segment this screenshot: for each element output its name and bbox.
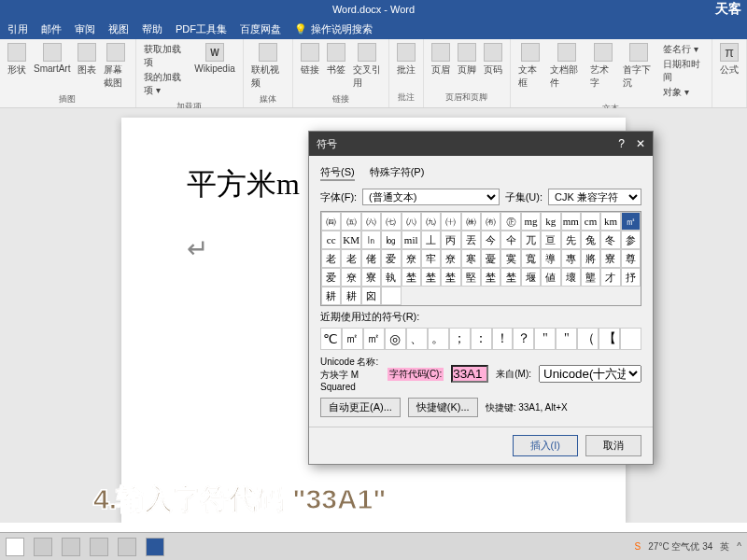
ribbon-object[interactable]: 对象 ▾: [663, 86, 704, 99]
menu-help[interactable]: 帮助: [142, 22, 162, 36]
chrome-icon[interactable]: [6, 538, 24, 556]
ribbon-screenshot[interactable]: 屏幕截图: [104, 43, 127, 90]
insert-button[interactable]: 插入(I): [513, 435, 578, 456]
symbol-cell[interactable]: 堰: [521, 268, 541, 287]
ribbon-wikipedia[interactable]: WWikipedia: [194, 43, 234, 74]
chevron-up-icon[interactable]: ^: [737, 541, 741, 552]
ribbon-online-video[interactable]: 联机视频: [251, 43, 285, 90]
symbol-cell[interactable]: ㈥: [361, 212, 381, 231]
symbol-cell[interactable]: mm: [561, 212, 581, 231]
symbol-cell[interactable]: ㈱: [461, 212, 481, 231]
symbol-cell[interactable]: 参: [621, 231, 641, 249]
recent-symbol-cell[interactable]: ◎: [385, 328, 406, 350]
symbol-cell[interactable]: 埜: [500, 268, 520, 287]
recent-symbol-cell[interactable]: ℃: [320, 328, 342, 350]
ribbon-pagenum[interactable]: 页码: [484, 43, 502, 77]
recent-symbol-cell[interactable]: ：: [471, 328, 492, 350]
recent-symbol-cell[interactable]: ？: [513, 328, 534, 350]
symbol-cell[interactable]: 値: [541, 268, 560, 287]
symbol-cell[interactable]: 丙: [441, 231, 460, 249]
ribbon-wordart[interactable]: 艺术字: [590, 43, 614, 90]
shortcut-button[interactable]: 快捷键(K)...: [408, 398, 478, 417]
cancel-button[interactable]: 取消: [585, 435, 641, 456]
symbol-cell[interactable]: mg: [521, 212, 541, 231]
symbol-cell[interactable]: 爱: [381, 249, 401, 268]
menu-references[interactable]: 引用: [7, 22, 28, 36]
symbol-cell[interactable]: ㈲: [481, 212, 500, 231]
recent-symbol-cell[interactable]: 【: [599, 328, 620, 350]
word-icon[interactable]: [146, 538, 164, 556]
recent-symbol-cell[interactable]: 、: [406, 328, 428, 350]
app-icon[interactable]: [118, 538, 136, 556]
symbol-cell[interactable]: 亘: [541, 231, 560, 249]
symbol-cell[interactable]: 抒: [621, 268, 641, 287]
symbol-cell[interactable]: 尞: [341, 268, 360, 287]
symbol-cell[interactable]: [381, 287, 401, 305]
symbol-cell[interactable]: cm: [581, 212, 600, 231]
char-code-input[interactable]: [451, 365, 488, 383]
explorer-icon[interactable]: [62, 538, 80, 556]
recent-symbol-cell[interactable]: ！: [492, 328, 514, 350]
sogou-icon[interactable]: S: [635, 541, 641, 552]
symbol-cell[interactable]: ㈣: [321, 212, 341, 231]
recent-symbol-cell[interactable]: ": [556, 328, 577, 350]
ribbon-smartart[interactable]: SmartArt: [34, 43, 70, 74]
symbol-cell[interactable]: 冬: [600, 231, 620, 249]
ribbon-signature[interactable]: 签名行 ▾: [663, 43, 704, 56]
ribbon-footer[interactable]: 页脚: [458, 43, 476, 77]
tab-symbols[interactable]: 符号(S): [320, 165, 355, 181]
recent-symbol-cell[interactable]: ㎡: [363, 328, 385, 350]
ribbon-shapes[interactable]: 形状: [7, 43, 26, 77]
symbol-cell[interactable]: 埜: [441, 268, 460, 287]
symbol-cell[interactable]: 寮: [600, 249, 620, 268]
symbol-cell[interactable]: 寞: [500, 249, 520, 268]
symbol-cell[interactable]: 仐: [500, 231, 520, 249]
symbol-cell[interactable]: 耕: [321, 287, 341, 305]
symbol-cell[interactable]: cc: [321, 231, 341, 249]
symbol-cell[interactable]: 才: [600, 268, 620, 287]
recent-symbol-cell[interactable]: [620, 328, 641, 350]
symbol-cell[interactable]: kg: [541, 212, 560, 231]
menu-review[interactable]: 审阅: [75, 22, 95, 36]
menu-view[interactable]: 视图: [108, 22, 129, 36]
symbol-cell[interactable]: 寮: [361, 268, 381, 287]
symbol-cell[interactable]: 丄: [421, 231, 441, 249]
symbol-cell[interactable]: 導: [541, 249, 560, 268]
symbol-cell[interactable]: 埜: [421, 268, 441, 287]
symbol-cell[interactable]: 將: [581, 249, 600, 268]
symbol-cell[interactable]: 堅: [461, 268, 481, 287]
close-icon[interactable]: ✕: [636, 137, 645, 150]
weather[interactable]: 27°C 空气优 34: [648, 540, 712, 553]
ribbon-header[interactable]: 页眉: [431, 43, 450, 77]
mail-icon[interactable]: [90, 538, 108, 556]
ribbon-textbox[interactable]: 文本框: [518, 43, 543, 90]
symbol-cell[interactable]: 兀: [521, 231, 541, 249]
store-icon[interactable]: [34, 538, 52, 556]
ribbon-my-addins[interactable]: 我的加载项 ▾: [144, 71, 188, 97]
symbol-cell[interactable]: ㈤: [341, 212, 360, 231]
font-select[interactable]: (普通文本): [362, 189, 500, 205]
autocorrect-button[interactable]: 自动更正(A)...: [320, 398, 401, 417]
recent-symbol-cell[interactable]: （: [577, 328, 599, 350]
symbol-cell[interactable]: 兔: [581, 231, 600, 249]
symbol-cell[interactable]: 尞: [402, 249, 421, 268]
ribbon-equation[interactable]: π公式: [720, 43, 739, 77]
recent-symbol-cell[interactable]: ㎡: [342, 328, 363, 350]
symbol-cell[interactable]: 老: [321, 249, 341, 268]
symbol-cell[interactable]: 尞: [441, 249, 460, 268]
symbol-cell[interactable]: 壟: [581, 268, 600, 287]
ribbon-bookmark[interactable]: 书签: [327, 43, 345, 77]
menu-baidu[interactable]: 百度网盘: [240, 22, 281, 36]
symbol-cell[interactable]: 牢: [421, 249, 441, 268]
menu-tell-me[interactable]: 💡 操作说明搜索: [294, 22, 373, 36]
ribbon-comment[interactable]: 批注: [397, 43, 416, 77]
symbol-cell[interactable]: ㈩: [441, 212, 460, 231]
symbol-cell[interactable]: ㈧: [402, 212, 421, 231]
symbol-cell[interactable]: 丟: [461, 231, 481, 249]
menu-mailings[interactable]: 邮件: [41, 22, 62, 36]
ribbon-link[interactable]: 链接: [301, 43, 319, 77]
from-select[interactable]: Unicode(十六进制): [539, 365, 641, 383]
symbol-cell[interactable]: 佬: [361, 249, 381, 268]
symbol-cell[interactable]: ㊣: [500, 212, 520, 231]
recent-symbol-cell[interactable]: ；: [449, 328, 471, 350]
